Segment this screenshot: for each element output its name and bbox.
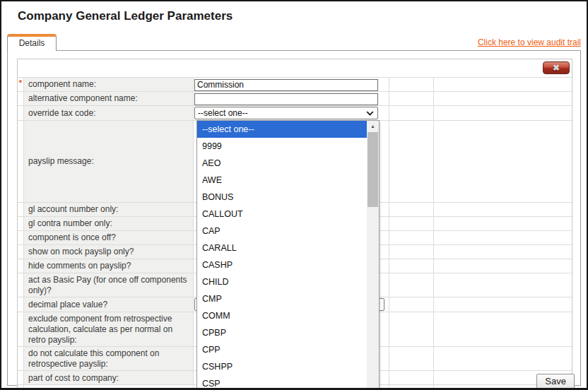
alternative-component-name-input[interactable]	[194, 93, 378, 105]
required-marker-cell	[18, 245, 24, 259]
field-label: act as Basic Pay (for once off component…	[24, 273, 194, 297]
empty-cell	[389, 203, 434, 216]
field-label: component name:	[24, 78, 194, 91]
empty-cell	[389, 385, 434, 390]
required-marker-cell	[18, 106, 24, 120]
field-label: alternative component name:	[24, 92, 194, 105]
empty-cell	[389, 217, 434, 230]
dropdown-scrollbar[interactable]: ▲	[367, 121, 379, 390]
close-icon: ✖	[553, 64, 560, 72]
chevron-down-icon	[366, 111, 374, 116]
empty-cell	[389, 273, 434, 297]
empty-cell	[389, 312, 434, 346]
required-marker-cell	[18, 385, 24, 390]
field-label: do not calculate this component on retro…	[24, 347, 194, 370]
field-label-text: show on mock payslip only?	[28, 247, 134, 257]
empty-cell	[434, 245, 572, 259]
field-label-text: gl account number only:	[28, 204, 118, 215]
required-marker-cell	[18, 371, 24, 384]
form-row: *component name:	[18, 78, 572, 92]
field-label-text: gl contra number only:	[28, 218, 112, 229]
form-row: alternative component name:	[18, 92, 572, 106]
app-window: Company General Ledger Parameters Detail…	[0, 0, 588, 390]
empty-cell	[389, 259, 434, 273]
dropdown-option[interactable]: AEO	[197, 155, 367, 172]
override-tax-code-select[interactable]: --select one--	[194, 107, 378, 119]
scroll-up-icon: ▲	[370, 124, 375, 129]
required-marker-cell	[18, 92, 24, 105]
empty-cell	[389, 347, 434, 370]
empty-cell	[389, 78, 434, 91]
field-label: decimal place value?	[24, 297, 194, 312]
dropdown-option[interactable]: CSP	[197, 375, 367, 390]
field-label-text: hide comments on payslip?	[28, 261, 131, 271]
required-marker-cell: *	[18, 78, 24, 91]
component-name-input[interactable]	[194, 79, 378, 91]
field-input-cell: --select one--	[194, 106, 389, 120]
empty-cell	[389, 297, 434, 312]
dropdown-option[interactable]: COMM	[197, 307, 367, 324]
empty-cell	[389, 371, 434, 384]
field-label: component is once off?	[24, 231, 194, 244]
empty-cell	[434, 347, 572, 370]
scrollbar-thumb[interactable]	[368, 132, 378, 207]
dropdown-option[interactable]: CMP	[197, 290, 367, 307]
empty-cell	[434, 312, 572, 346]
dropdown-option[interactable]: 9999	[197, 138, 367, 155]
empty-cell	[434, 121, 572, 202]
field-label-text: override tax code:	[28, 108, 95, 119]
field-label: payslip message:	[24, 121, 194, 202]
scroll-up-button[interactable]: ▲	[367, 121, 379, 131]
empty-cell	[434, 259, 572, 273]
tab-details-label: Details	[19, 38, 45, 48]
dropdown-option[interactable]: CALLOUT	[197, 206, 367, 223]
field-label: hide comments on payslip?	[24, 259, 194, 273]
field-label-text: payslip message:	[28, 156, 94, 167]
empty-cell	[434, 217, 572, 230]
empty-cell	[434, 92, 572, 105]
tab-bar: Details Click here to view audit trail	[7, 34, 581, 51]
empty-cell	[434, 203, 572, 216]
required-marker-cell	[18, 259, 24, 273]
dropdown-option[interactable]: CHILD	[197, 273, 367, 290]
page-title: Company General Ledger Parameters	[18, 9, 587, 23]
dropdown-option[interactable]: AWE	[197, 172, 367, 189]
required-marker-cell	[18, 203, 24, 216]
field-label-text: decimal place value?	[28, 300, 107, 310]
required-marker-cell	[18, 121, 24, 202]
empty-cell	[434, 106, 572, 120]
empty-cell	[389, 106, 434, 120]
field-label: gl contra number only:	[24, 217, 194, 230]
dropdown-option[interactable]: CSHPP	[197, 358, 367, 375]
empty-cell	[389, 231, 434, 244]
field-label: exclude component from retrospective cal…	[24, 312, 194, 346]
save-button[interactable]: Save	[536, 374, 575, 389]
field-label: show on mock payslip only?	[24, 245, 194, 259]
field-label-text: alternative component name:	[28, 93, 138, 104]
dropdown-option[interactable]: CARALL	[197, 240, 367, 256]
dropdown-option[interactable]: CASHP	[197, 256, 367, 273]
required-marker-cell	[18, 273, 24, 297]
tab-details[interactable]: Details	[7, 34, 57, 51]
empty-cell	[434, 273, 572, 297]
tax-code-dropdown: --select one--9999AEOAWEBONUSCALLOUTCAPC…	[196, 120, 380, 390]
required-marker-cell	[18, 347, 24, 370]
dropdown-option[interactable]: CAP	[197, 223, 367, 240]
close-button[interactable]: ✖	[543, 61, 570, 74]
dropdown-option[interactable]: BONUS	[197, 189, 367, 206]
dropdown-option-list: --select one--9999AEOAWEBONUSCALLOUTCAPC…	[197, 121, 367, 390]
field-label: part of cost to company:	[24, 371, 194, 384]
dropdown-option[interactable]: CPBP	[197, 324, 367, 341]
field-label-text: part of cost to company:	[28, 373, 119, 384]
field-input-cell	[194, 78, 389, 91]
dropdown-option[interactable]: --select one--	[197, 121, 367, 138]
dropdown-option[interactable]: CPP	[197, 341, 367, 358]
field-label-text: exclude component from retrospective cal…	[28, 314, 190, 345]
empty-cell	[389, 245, 434, 259]
panel-header: ✖	[18, 59, 572, 78]
audit-trail-link[interactable]: Click here to view audit trail	[478, 37, 581, 51]
field-input-cell	[194, 92, 389, 105]
field-label-text: component is once off?	[28, 232, 116, 243]
required-marker-cell	[18, 312, 24, 346]
required-asterisk: *	[19, 78, 22, 88]
